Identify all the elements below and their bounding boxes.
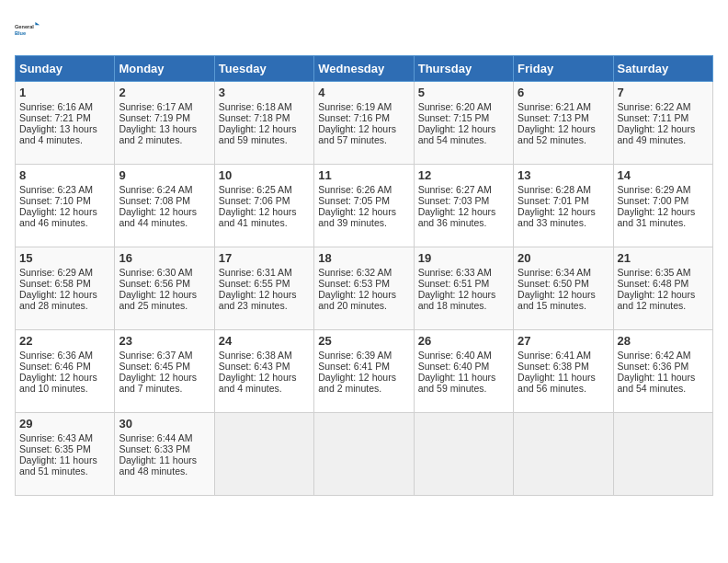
weekday-header: Tuesday bbox=[214, 56, 313, 82]
day-number: 7 bbox=[618, 86, 709, 99]
day-number: 10 bbox=[219, 168, 310, 182]
day-info-line: Daylight: 12 hours bbox=[219, 289, 310, 300]
day-info-line: and 48 minutes. bbox=[119, 465, 210, 477]
day-info-line: Daylight: 12 hours bbox=[418, 123, 509, 134]
day-info-line: and 39 minutes. bbox=[318, 217, 409, 228]
day-number: 20 bbox=[518, 251, 609, 265]
day-number: 25 bbox=[318, 334, 409, 348]
weekday-header: Sunday bbox=[16, 56, 115, 82]
day-number: 28 bbox=[618, 334, 709, 348]
day-info-line: Sunset: 7:18 PM bbox=[219, 112, 310, 123]
day-info-line: Sunset: 7:08 PM bbox=[119, 195, 210, 206]
day-number: 12 bbox=[418, 168, 509, 182]
day-info-line: Daylight: 12 hours bbox=[318, 123, 409, 134]
day-info-line: Daylight: 12 hours bbox=[219, 372, 310, 383]
weekday-header: Saturday bbox=[613, 56, 712, 82]
day-info-line: Sunrise: 6:41 AM bbox=[518, 350, 609, 361]
day-info-line: Sunset: 6:53 PM bbox=[318, 278, 409, 289]
day-info-line: Sunset: 6:50 PM bbox=[518, 278, 609, 289]
day-info-line: Sunset: 6:36 PM bbox=[618, 361, 709, 372]
day-info-line: and 25 minutes. bbox=[119, 300, 210, 311]
day-number: 4 bbox=[318, 86, 409, 99]
day-info-line: Sunset: 7:15 PM bbox=[418, 112, 509, 123]
day-info-line: Sunset: 6:38 PM bbox=[518, 361, 609, 372]
calendar-week-row: 29Sunrise: 6:43 AMSunset: 6:35 PMDayligh… bbox=[16, 413, 713, 496]
day-number: 23 bbox=[119, 334, 210, 348]
day-info-line: Sunset: 7:19 PM bbox=[119, 112, 210, 123]
day-info-line: Sunset: 7:05 PM bbox=[318, 195, 409, 206]
day-info-line: Sunset: 7:06 PM bbox=[219, 195, 310, 206]
day-info-line: Daylight: 13 hours bbox=[119, 123, 210, 134]
day-info-line: Sunset: 6:33 PM bbox=[119, 443, 210, 454]
day-info-line: and 7 minutes. bbox=[119, 383, 210, 394]
calendar-cell: 11Sunrise: 6:26 AMSunset: 7:05 PMDayligh… bbox=[314, 165, 414, 247]
day-info-line: Sunrise: 6:29 AM bbox=[19, 267, 110, 278]
day-info-line: Sunrise: 6:42 AM bbox=[618, 350, 709, 361]
day-info-line: Sunrise: 6:43 AM bbox=[19, 432, 110, 443]
day-number: 21 bbox=[618, 251, 709, 265]
calendar-cell: 14Sunrise: 6:29 AMSunset: 7:00 PMDayligh… bbox=[613, 165, 712, 247]
day-info-line: Sunset: 7:21 PM bbox=[19, 112, 110, 123]
weekday-header: Thursday bbox=[414, 56, 513, 82]
day-info-line: and 18 minutes. bbox=[418, 300, 509, 311]
day-info-line: Daylight: 12 hours bbox=[318, 289, 409, 300]
svg-marker-2 bbox=[35, 22, 40, 25]
day-info-line: Sunrise: 6:24 AM bbox=[119, 184, 210, 195]
logo-icon: GeneralBlue bbox=[15, 15, 44, 44]
calendar-cell bbox=[514, 413, 613, 496]
day-info-line: Sunrise: 6:22 AM bbox=[618, 101, 709, 112]
day-info-line: and 54 minutes. bbox=[418, 134, 509, 145]
calendar-cell: 1Sunrise: 6:16 AMSunset: 7:21 PMDaylight… bbox=[16, 82, 115, 165]
calendar-cell: 9Sunrise: 6:24 AMSunset: 7:08 PMDaylight… bbox=[115, 165, 214, 247]
calendar-cell: 28Sunrise: 6:42 AMSunset: 6:36 PMDayligh… bbox=[613, 330, 712, 413]
day-info-line: and 52 minutes. bbox=[518, 134, 609, 145]
day-info-line: and 57 minutes. bbox=[318, 134, 409, 145]
calendar-cell bbox=[613, 413, 712, 496]
day-info-line: Daylight: 11 hours bbox=[418, 372, 509, 383]
calendar-cell: 7Sunrise: 6:22 AMSunset: 7:11 PMDaylight… bbox=[613, 82, 712, 165]
calendar-week-row: 8Sunrise: 6:23 AMSunset: 7:10 PMDaylight… bbox=[16, 165, 713, 247]
calendar-cell: 2Sunrise: 6:17 AMSunset: 7:19 PMDaylight… bbox=[115, 82, 214, 165]
calendar-cell: 30Sunrise: 6:44 AMSunset: 6:33 PMDayligh… bbox=[115, 413, 214, 496]
day-info-line: Sunrise: 6:16 AM bbox=[19, 101, 110, 112]
calendar-cell: 4Sunrise: 6:19 AMSunset: 7:16 PMDaylight… bbox=[314, 82, 414, 165]
day-info-line: and 44 minutes. bbox=[119, 217, 210, 228]
weekday-header: Monday bbox=[115, 56, 214, 82]
logo: GeneralBlue bbox=[15, 15, 44, 44]
day-info-line: Daylight: 11 hours bbox=[119, 454, 210, 465]
calendar-cell: 24Sunrise: 6:38 AMSunset: 6:43 PMDayligh… bbox=[214, 330, 313, 413]
day-info-line: and 54 minutes. bbox=[618, 383, 709, 394]
day-info-line: Sunrise: 6:36 AM bbox=[19, 350, 110, 361]
calendar-cell: 15Sunrise: 6:29 AMSunset: 6:58 PMDayligh… bbox=[16, 247, 115, 330]
day-info-line: Daylight: 12 hours bbox=[318, 206, 409, 217]
day-info-line: Sunrise: 6:17 AM bbox=[119, 101, 210, 112]
day-info-line: Sunset: 7:16 PM bbox=[318, 112, 409, 123]
day-info-line: and 59 minutes. bbox=[219, 134, 310, 145]
day-number: 6 bbox=[518, 86, 609, 99]
day-number: 24 bbox=[219, 334, 310, 348]
day-info-line: Daylight: 12 hours bbox=[518, 289, 609, 300]
day-info-line: Daylight: 12 hours bbox=[119, 289, 210, 300]
day-number: 13 bbox=[518, 168, 609, 182]
day-number: 9 bbox=[119, 168, 210, 182]
day-info-line: Sunrise: 6:20 AM bbox=[418, 101, 509, 112]
day-info-line: Sunrise: 6:35 AM bbox=[618, 267, 709, 278]
day-info-line: Daylight: 11 hours bbox=[518, 372, 609, 383]
calendar-week-row: 22Sunrise: 6:36 AMSunset: 6:46 PMDayligh… bbox=[16, 330, 713, 413]
page-header: GeneralBlue bbox=[15, 15, 713, 44]
calendar-cell: 18Sunrise: 6:32 AMSunset: 6:53 PMDayligh… bbox=[314, 247, 414, 330]
calendar-week-row: 1Sunrise: 6:16 AMSunset: 7:21 PMDaylight… bbox=[16, 82, 713, 165]
day-info-line: Sunset: 6:35 PM bbox=[19, 443, 110, 454]
svg-text:General: General bbox=[15, 24, 34, 29]
calendar-table: SundayMondayTuesdayWednesdayThursdayFrid… bbox=[15, 55, 713, 496]
calendar-cell: 12Sunrise: 6:27 AMSunset: 7:03 PMDayligh… bbox=[414, 165, 513, 247]
day-info-line: Sunset: 7:00 PM bbox=[618, 195, 709, 206]
calendar-cell bbox=[214, 413, 313, 496]
day-info-line: Sunrise: 6:32 AM bbox=[318, 267, 409, 278]
day-info-line: Sunset: 6:58 PM bbox=[19, 278, 110, 289]
day-info-line: Sunset: 6:55 PM bbox=[219, 278, 310, 289]
calendar-cell: 20Sunrise: 6:34 AMSunset: 6:50 PMDayligh… bbox=[514, 247, 613, 330]
calendar-cell: 10Sunrise: 6:25 AMSunset: 7:06 PMDayligh… bbox=[214, 165, 313, 247]
day-info-line: Sunrise: 6:44 AM bbox=[119, 432, 210, 443]
calendar-cell bbox=[414, 413, 513, 496]
